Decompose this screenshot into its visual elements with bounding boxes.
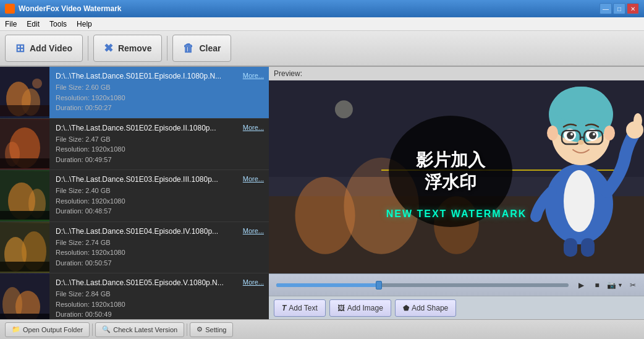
file-resolution: Resolution: 1920x1080 — [56, 144, 238, 155]
preview-label: Preview: — [269, 67, 644, 80]
clear-icon: 🗑 — [183, 42, 194, 55]
preview-panel: Preview: — [269, 67, 644, 319]
menu-help[interactable]: Help — [72, 17, 97, 30]
app-icon — [5, 4, 15, 14]
gear-icon: ⚙ — [197, 325, 203, 333]
thumbnail — [0, 222, 49, 273]
watermark-chinese-text: 影片加入 浮水印 — [416, 149, 485, 194]
progress-thumb — [376, 281, 382, 290]
text-watermark: NEW TEXT WATERMARK — [386, 208, 527, 220]
table-row[interactable]: D:\..\The.Last.Dance.S01E02.Episode.II.1… — [0, 119, 269, 171]
maximize-button[interactable]: □ — [613, 3, 625, 14]
camera-button[interactable]: 📷 ▼ — [607, 281, 623, 290]
mascot-character — [514, 80, 644, 266]
file-resolution: Resolution: 1920x1080 — [56, 93, 238, 103]
add-shape-button[interactable]: ⬟ Add Shape — [395, 299, 456, 317]
file-duration: Duration: 00:50:57 — [56, 258, 238, 268]
menu-edit[interactable]: Edit — [22, 17, 44, 30]
svg-point-46 — [578, 140, 584, 145]
svg-point-42 — [593, 133, 595, 135]
folder-icon: 📁 — [12, 325, 20, 333]
open-output-folder-button[interactable]: 📁 Open Output Folder — [5, 322, 90, 337]
text-icon: T — [282, 304, 286, 312]
more-link[interactable]: More... — [243, 119, 269, 170]
camera-icon: 📷 — [607, 281, 616, 290]
file-duration: Duration: 00:50:49 — [56, 309, 238, 319]
add-image-button[interactable]: 🖼 Add Image — [329, 299, 391, 317]
preview-video: 影片加入 浮水印 NEW TEXT WATERMARK — [269, 80, 644, 273]
table-row[interactable]: D:\..\The.Last.Dance.S01E03.Episode.III.… — [0, 170, 269, 222]
file-duration: Duration: 00:50:27 — [56, 103, 238, 113]
svg-rect-16 — [0, 262, 49, 272]
toolbar-separator-1 — [88, 36, 88, 61]
file-size: File Size: 2.47 GB — [56, 134, 238, 145]
svg-rect-12 — [0, 211, 49, 220]
close-button[interactable]: ✕ — [627, 3, 639, 14]
file-resolution: Resolution: 1920x1080 — [56, 196, 238, 207]
preview-background: 影片加入 浮水印 NEW TEXT WATERMARK — [269, 80, 644, 273]
status-separator-1 — [92, 324, 93, 336]
table-row[interactable]: D:\..\The.Last.Dance.S01E05.Episode.V.10… — [0, 273, 269, 319]
file-duration: Duration: 00:48:57 — [56, 206, 238, 217]
status-separator-2 — [187, 324, 187, 336]
toolbar: ⊞ Add Video ✖ Remove 🗑 Clear — [0, 31, 644, 67]
add-text-button[interactable]: T Add Text — [274, 299, 326, 317]
check-latest-version-button[interactable]: 🔍 Check Latest Version — [95, 322, 184, 337]
file-size: File Size: 2.60 GB — [56, 82, 238, 93]
status-bar: 📁 Open Output Folder 🔍 Check Latest Vers… — [0, 319, 644, 339]
more-link[interactable]: More... — [243, 222, 269, 273]
menu-tools[interactable]: Tools — [44, 17, 72, 30]
window-controls: — □ ✕ — [600, 3, 639, 14]
file-name: D:\..\The.Last.Dance.S01E04.Episode.IV.1… — [56, 227, 238, 236]
file-info: D:\..\The.Last.Dance.S01E03.Episode.III.… — [49, 170, 243, 221]
more-link[interactable]: More... — [243, 273, 269, 319]
table-row[interactable]: D:\..\The.Last.Dance.S01E01.Episode.I.10… — [0, 67, 269, 119]
file-name: D:\..\The.Last.Dance.S01E01.Episode.I.10… — [56, 72, 238, 80]
svg-point-48 — [633, 113, 642, 128]
file-resolution: Resolution: 1920x1080 — [56, 299, 238, 310]
svg-point-36 — [604, 126, 615, 140]
more-link[interactable]: More... — [243, 67, 269, 118]
toolbar-separator-2 — [167, 36, 167, 61]
main-area: D:\..\The.Last.Dance.S01E01.Episode.I.10… — [0, 67, 644, 319]
svg-rect-20 — [0, 314, 49, 319]
file-info: D:\..\The.Last.Dance.S01E04.Episode.IV.1… — [49, 222, 243, 273]
svg-rect-49 — [564, 238, 577, 257]
file-info: D:\..\The.Last.Dance.S01E05.Episode.V.10… — [49, 273, 243, 319]
title-bar: WonderFox Video Watermark — □ ✕ — [0, 0, 644, 17]
file-name: D:\..\The.Last.Dance.S01E03.Episode.III.… — [56, 175, 238, 184]
thumbnail — [0, 67, 49, 118]
minimize-button[interactable]: — — [600, 3, 612, 14]
scissors-button[interactable]: ✂ — [627, 279, 639, 291]
file-info: D:\..\The.Last.Dance.S01E01.Episode.I.10… — [49, 67, 243, 118]
play-button[interactable]: ▶ — [575, 279, 587, 291]
progress-bar[interactable] — [276, 283, 569, 287]
menu-bar: File Edit Tools Help — [0, 17, 644, 31]
table-row[interactable]: D:\..\The.Last.Dance.S01E04.Episode.IV.1… — [0, 222, 269, 274]
stop-button[interactable]: ■ — [591, 279, 603, 291]
thumbnail — [0, 119, 49, 170]
svg-point-35 — [547, 126, 558, 140]
add-video-button[interactable]: ⊞ Add Video — [5, 35, 83, 62]
thumbnail — [0, 273, 49, 319]
file-size: File Size: 2.40 GB — [56, 186, 238, 196]
file-size: File Size: 2.74 GB — [56, 238, 238, 248]
add-video-icon: ⊞ — [15, 41, 25, 55]
video-controls: ▶ ■ 📷 ▼ ✂ — [269, 273, 644, 296]
setting-button[interactable]: ⚙ Setting — [190, 322, 233, 337]
remove-icon: ✖ — [104, 41, 113, 55]
svg-point-40 — [589, 132, 596, 139]
svg-point-41 — [570, 133, 573, 135]
search-icon: 🔍 — [102, 325, 111, 333]
svg-point-34 — [553, 87, 609, 124]
clear-button[interactable]: 🗑 Clear — [172, 35, 231, 62]
file-name: D:\..\The.Last.Dance.S01E02.Episode.II.1… — [56, 124, 238, 132]
more-link[interactable]: More... — [243, 170, 269, 221]
progress-fill — [276, 283, 379, 287]
shape-icon: ⬟ — [403, 304, 409, 312]
menu-file[interactable]: File — [0, 17, 22, 30]
svg-rect-50 — [581, 238, 595, 257]
file-list[interactable]: D:\..\The.Last.Dance.S01E01.Episode.I.10… — [0, 67, 269, 319]
file-name: D:\..\The.Last.Dance.S01E05.Episode.V.10… — [56, 278, 238, 287]
remove-button[interactable]: ✖ Remove — [93, 35, 162, 62]
